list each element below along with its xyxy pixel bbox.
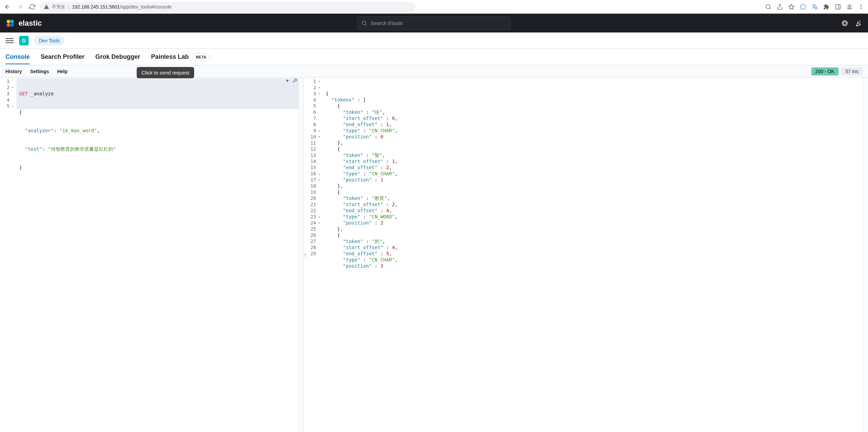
svg-point-12 bbox=[362, 21, 366, 25]
request-actions bbox=[285, 78, 297, 84]
response-scrollbar[interactable] bbox=[863, 78, 868, 432]
arrow-left-icon bbox=[4, 3, 11, 10]
request-gutter: 1 2▾ 3 4 5▴ bbox=[0, 78, 16, 432]
back-button[interactable] bbox=[3, 2, 12, 12]
reload-button[interactable] bbox=[27, 2, 37, 12]
svg-point-6 bbox=[861, 6, 862, 7]
panel-icon bbox=[835, 4, 841, 10]
profile-button[interactable] bbox=[845, 3, 854, 11]
svg-point-8 bbox=[7, 19, 11, 23]
console-toolbar: History Settings Help 200 - OK 57 ms bbox=[0, 65, 868, 78]
beta-badge: BETA bbox=[192, 53, 210, 61]
browser-toolbar: 不安全 | 192.168.245.151:5601/app/dev_tools… bbox=[0, 0, 868, 14]
request-options-button[interactable] bbox=[293, 78, 297, 84]
translate-button[interactable] bbox=[811, 3, 819, 11]
tabs-bar: Console Search Profiler Grok Debugger Pa… bbox=[0, 49, 868, 65]
svg-point-10 bbox=[7, 23, 11, 27]
url-text: 192.168.245.151:5601/app/dev_tools#/cons… bbox=[72, 4, 172, 10]
request-scrollbar[interactable] bbox=[299, 78, 303, 432]
tab-console[interactable]: Console bbox=[5, 50, 30, 64]
tab-painless-lab[interactable]: Painless Lab bbox=[151, 50, 189, 64]
global-search[interactable] bbox=[357, 16, 511, 30]
svg-point-14 bbox=[843, 22, 846, 24]
svg-point-13 bbox=[842, 21, 847, 26]
elastic-header: elastic bbox=[0, 14, 868, 32]
play-icon bbox=[285, 78, 290, 83]
browser-actions bbox=[764, 3, 865, 11]
tab-grok-debugger[interactable]: Grok Debugger bbox=[95, 50, 140, 64]
address-bar[interactable]: 不安全 | 192.168.245.151:5601/app/dev_tools… bbox=[40, 2, 416, 12]
svg-point-7 bbox=[861, 8, 862, 9]
search-icon bbox=[362, 21, 367, 26]
request-pane[interactable]: 1 2▾ 3 4 5▴ GET _analyze { "analyzer": "… bbox=[0, 78, 304, 432]
svg-point-9 bbox=[10, 19, 14, 23]
editor-container: 1 2▾ 3 4 5▴ GET _analyze { "analyzer": "… bbox=[0, 78, 868, 432]
response-pane[interactable]: 1▾2▾3▾456789▴10▾111213141516▴17▾18192021… bbox=[307, 78, 868, 432]
user-icon bbox=[846, 3, 853, 11]
tab-search-profiler[interactable]: Search Profiler bbox=[41, 50, 84, 64]
response-viewer[interactable]: { "tokens" : [ { "token" : "传", "start_o… bbox=[323, 78, 868, 432]
cube-icon bbox=[800, 4, 806, 10]
nav-toggle[interactable] bbox=[5, 37, 14, 45]
menu-button[interactable] bbox=[857, 3, 865, 11]
send-request-tooltip: Click to send request bbox=[137, 67, 194, 78]
circle-icon bbox=[841, 20, 848, 27]
warning-icon bbox=[44, 4, 49, 10]
reload-icon bbox=[29, 4, 35, 10]
response-gutter: 1▾2▾3▾456789▴10▾111213141516▴17▾18192021… bbox=[307, 78, 323, 432]
history-link[interactable]: History bbox=[5, 69, 22, 74]
zoom-icon bbox=[765, 4, 771, 10]
svg-point-4 bbox=[849, 5, 851, 7]
global-search-input[interactable] bbox=[370, 20, 506, 26]
share-button[interactable] bbox=[776, 3, 784, 11]
extension-cube-button[interactable] bbox=[799, 3, 807, 11]
sidepanel-button[interactable] bbox=[834, 3, 842, 11]
celebrate-button[interactable] bbox=[854, 19, 863, 27]
settings-link[interactable]: Settings bbox=[30, 69, 49, 74]
puzzle-icon bbox=[823, 4, 829, 10]
status-time-badge: 57 ms bbox=[841, 67, 863, 76]
status-code-badge: 200 - OK bbox=[811, 67, 839, 76]
app-nav: D Dev Tools bbox=[0, 32, 868, 49]
pane-splitter[interactable]: ‖ bbox=[304, 78, 307, 432]
header-actions bbox=[841, 19, 863, 27]
bookmark-button[interactable] bbox=[787, 3, 796, 11]
insecure-label: 不安全 bbox=[52, 4, 65, 10]
request-editor[interactable]: GET _analyze { "analyzer": "ik_max_word"… bbox=[16, 78, 303, 432]
extensions-button[interactable] bbox=[822, 3, 830, 11]
forward-button[interactable] bbox=[15, 2, 25, 12]
share-icon bbox=[777, 4, 783, 10]
star-icon bbox=[788, 4, 795, 10]
elastic-brand-text: elastic bbox=[18, 19, 42, 28]
translate-icon bbox=[812, 4, 818, 10]
svg-point-5 bbox=[861, 4, 862, 5]
arrow-right-icon bbox=[16, 3, 23, 10]
party-icon bbox=[855, 20, 862, 27]
space-selector[interactable]: D bbox=[19, 36, 29, 45]
elastic-logo[interactable]: elastic bbox=[5, 18, 42, 28]
breadcrumb-devtools[interactable]: Dev Tools bbox=[34, 36, 65, 45]
help-link[interactable]: Help bbox=[57, 69, 67, 74]
svg-point-0 bbox=[766, 4, 770, 9]
elastic-logo-icon bbox=[5, 18, 15, 28]
zoom-button[interactable] bbox=[764, 3, 772, 11]
wrench-icon bbox=[293, 78, 297, 83]
dots-vertical-icon bbox=[858, 4, 864, 10]
circle-action-button[interactable] bbox=[841, 19, 849, 27]
send-request-button[interactable] bbox=[285, 78, 290, 84]
svg-rect-1 bbox=[836, 4, 840, 9]
svg-point-11 bbox=[10, 23, 14, 27]
